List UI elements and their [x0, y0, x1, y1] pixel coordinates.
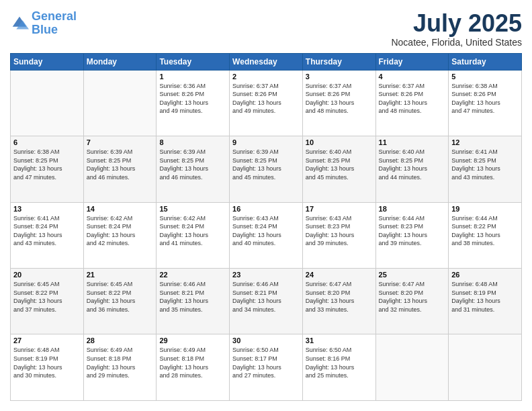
day-number: 28	[87, 336, 154, 345]
header-saturday: Saturday	[449, 53, 522, 70]
day-info: Sunrise: 6:39 AM Sunset: 8:25 PM Dayligh…	[232, 148, 300, 181]
table-row: 15Sunrise: 6:42 AM Sunset: 8:24 PM Dayli…	[157, 202, 230, 268]
day-info: Sunrise: 6:46 AM Sunset: 8:21 PM Dayligh…	[159, 280, 226, 314]
table-row: 30Sunrise: 6:50 AM Sunset: 8:17 PM Dayli…	[230, 334, 303, 401]
calendar-week-row: 6Sunrise: 6:38 AM Sunset: 8:25 PM Daylig…	[11, 136, 522, 202]
day-info: Sunrise: 6:46 AM Sunset: 8:21 PM Dayligh…	[232, 280, 300, 314]
table-row: 13Sunrise: 6:41 AM Sunset: 8:24 PM Dayli…	[11, 202, 84, 268]
day-number: 15	[159, 205, 226, 213]
table-row: 8Sunrise: 6:39 AM Sunset: 8:25 PM Daylig…	[157, 136, 230, 202]
table-row: 23Sunrise: 6:46 AM Sunset: 8:21 PM Dayli…	[230, 269, 303, 334]
day-number: 30	[232, 336, 300, 345]
day-info: Sunrise: 6:44 AM Sunset: 8:22 PM Dayligh…	[451, 214, 519, 248]
title-block: July 2025 Nocatee, Florida, United State…	[391, 10, 522, 48]
day-number: 9	[232, 138, 300, 146]
table-row: 16Sunrise: 6:43 AM Sunset: 8:24 PM Dayli…	[230, 202, 303, 268]
header-tuesday: Tuesday	[157, 53, 230, 70]
day-info: Sunrise: 6:42 AM Sunset: 8:24 PM Dayligh…	[87, 214, 154, 248]
day-info: Sunrise: 6:43 AM Sunset: 8:23 PM Dayligh…	[306, 214, 373, 248]
day-number: 2	[232, 73, 300, 81]
day-info: Sunrise: 6:50 AM Sunset: 8:17 PM Dayligh…	[232, 346, 300, 379]
day-number: 20	[13, 271, 81, 279]
page: GeneralBlue July 2025 Nocatee, Florida, …	[0, 0, 532, 411]
logo-text: GeneralBlue	[32, 10, 77, 37]
day-number: 14	[87, 205, 154, 213]
calendar-week-row: 1Sunrise: 6:36 AM Sunset: 8:26 PM Daylig…	[11, 70, 522, 136]
calendar-header-row: Sunday Monday Tuesday Wednesday Thursday…	[11, 53, 522, 70]
table-row: 5Sunrise: 6:38 AM Sunset: 8:26 PM Daylig…	[449, 70, 522, 136]
day-info: Sunrise: 6:37 AM Sunset: 8:26 PM Dayligh…	[306, 82, 373, 116]
header: GeneralBlue July 2025 Nocatee, Florida, …	[10, 10, 522, 48]
day-number: 21	[87, 271, 154, 279]
table-row: 3Sunrise: 6:37 AM Sunset: 8:26 PM Daylig…	[302, 70, 375, 136]
calendar-week-row: 20Sunrise: 6:45 AM Sunset: 8:22 PM Dayli…	[11, 269, 522, 334]
day-number: 22	[159, 271, 226, 279]
table-row: 2Sunrise: 6:37 AM Sunset: 8:26 PM Daylig…	[230, 70, 303, 136]
day-info: Sunrise: 6:50 AM Sunset: 8:16 PM Dayligh…	[306, 346, 373, 379]
table-row	[83, 70, 157, 136]
table-row: 28Sunrise: 6:49 AM Sunset: 8:18 PM Dayli…	[83, 334, 157, 401]
day-number: 5	[451, 73, 519, 81]
day-info: Sunrise: 6:39 AM Sunset: 8:25 PM Dayligh…	[159, 148, 226, 181]
day-number: 6	[13, 138, 81, 146]
table-row: 11Sunrise: 6:40 AM Sunset: 8:25 PM Dayli…	[375, 136, 449, 202]
subtitle: Nocatee, Florida, United States	[391, 37, 522, 48]
day-info: Sunrise: 6:38 AM Sunset: 8:25 PM Dayligh…	[13, 148, 81, 181]
day-number: 16	[232, 205, 300, 213]
day-number: 18	[379, 205, 446, 213]
day-info: Sunrise: 6:41 AM Sunset: 8:24 PM Dayligh…	[13, 214, 81, 248]
header-sunday: Sunday	[11, 53, 84, 70]
day-number: 17	[306, 205, 373, 213]
day-info: Sunrise: 6:48 AM Sunset: 8:19 PM Dayligh…	[13, 346, 81, 379]
day-number: 31	[306, 336, 373, 345]
day-number: 19	[451, 205, 519, 213]
calendar-table: Sunday Monday Tuesday Wednesday Thursday…	[10, 53, 522, 401]
table-row: 29Sunrise: 6:49 AM Sunset: 8:18 PM Dayli…	[157, 334, 230, 401]
day-number: 4	[379, 73, 446, 81]
table-row: 14Sunrise: 6:42 AM Sunset: 8:24 PM Dayli…	[83, 202, 157, 268]
calendar-week-row: 13Sunrise: 6:41 AM Sunset: 8:24 PM Dayli…	[11, 202, 522, 268]
day-info: Sunrise: 6:47 AM Sunset: 8:20 PM Dayligh…	[379, 280, 446, 314]
day-info: Sunrise: 6:49 AM Sunset: 8:18 PM Dayligh…	[87, 346, 154, 379]
day-number: 25	[379, 271, 446, 279]
table-row: 24Sunrise: 6:47 AM Sunset: 8:20 PM Dayli…	[302, 269, 375, 334]
day-info: Sunrise: 6:45 AM Sunset: 8:22 PM Dayligh…	[13, 280, 81, 314]
table-row: 4Sunrise: 6:37 AM Sunset: 8:26 PM Daylig…	[375, 70, 449, 136]
day-info: Sunrise: 6:45 AM Sunset: 8:22 PM Dayligh…	[87, 280, 154, 314]
day-info: Sunrise: 6:44 AM Sunset: 8:23 PM Dayligh…	[379, 214, 446, 248]
header-friday: Friday	[375, 53, 449, 70]
table-row: 6Sunrise: 6:38 AM Sunset: 8:25 PM Daylig…	[11, 136, 84, 202]
day-info: Sunrise: 6:39 AM Sunset: 8:25 PM Dayligh…	[87, 148, 154, 181]
day-number: 23	[232, 271, 300, 279]
header-monday: Monday	[83, 53, 157, 70]
day-info: Sunrise: 6:40 AM Sunset: 8:25 PM Dayligh…	[379, 148, 446, 181]
logo-icon	[10, 14, 29, 33]
day-number: 12	[451, 138, 519, 146]
table-row: 10Sunrise: 6:40 AM Sunset: 8:25 PM Dayli…	[302, 136, 375, 202]
table-row: 1Sunrise: 6:36 AM Sunset: 8:26 PM Daylig…	[157, 70, 230, 136]
table-row: 25Sunrise: 6:47 AM Sunset: 8:20 PM Dayli…	[375, 269, 449, 334]
day-info: Sunrise: 6:49 AM Sunset: 8:18 PM Dayligh…	[159, 346, 226, 379]
table-row	[449, 334, 522, 401]
day-number: 7	[87, 138, 154, 146]
day-info: Sunrise: 6:38 AM Sunset: 8:26 PM Dayligh…	[451, 82, 519, 116]
day-number: 27	[13, 336, 81, 345]
table-row: 12Sunrise: 6:41 AM Sunset: 8:25 PM Dayli…	[449, 136, 522, 202]
table-row: 20Sunrise: 6:45 AM Sunset: 8:22 PM Dayli…	[11, 269, 84, 334]
header-wednesday: Wednesday	[230, 53, 303, 70]
table-row: 21Sunrise: 6:45 AM Sunset: 8:22 PM Dayli…	[83, 269, 157, 334]
day-number: 26	[451, 271, 519, 279]
day-info: Sunrise: 6:47 AM Sunset: 8:20 PM Dayligh…	[306, 280, 373, 314]
table-row: 31Sunrise: 6:50 AM Sunset: 8:16 PM Dayli…	[302, 334, 375, 401]
day-info: Sunrise: 6:48 AM Sunset: 8:19 PM Dayligh…	[451, 280, 519, 314]
logo: GeneralBlue	[10, 10, 77, 37]
table-row: 26Sunrise: 6:48 AM Sunset: 8:19 PM Dayli…	[449, 269, 522, 334]
table-row: 18Sunrise: 6:44 AM Sunset: 8:23 PM Dayli…	[375, 202, 449, 268]
day-number: 10	[306, 138, 373, 146]
day-number: 11	[379, 138, 446, 146]
table-row: 7Sunrise: 6:39 AM Sunset: 8:25 PM Daylig…	[83, 136, 157, 202]
day-info: Sunrise: 6:41 AM Sunset: 8:25 PM Dayligh…	[451, 148, 519, 181]
calendar-week-row: 27Sunrise: 6:48 AM Sunset: 8:19 PM Dayli…	[11, 334, 522, 401]
day-number: 1	[159, 73, 226, 81]
day-info: Sunrise: 6:37 AM Sunset: 8:26 PM Dayligh…	[232, 82, 300, 116]
